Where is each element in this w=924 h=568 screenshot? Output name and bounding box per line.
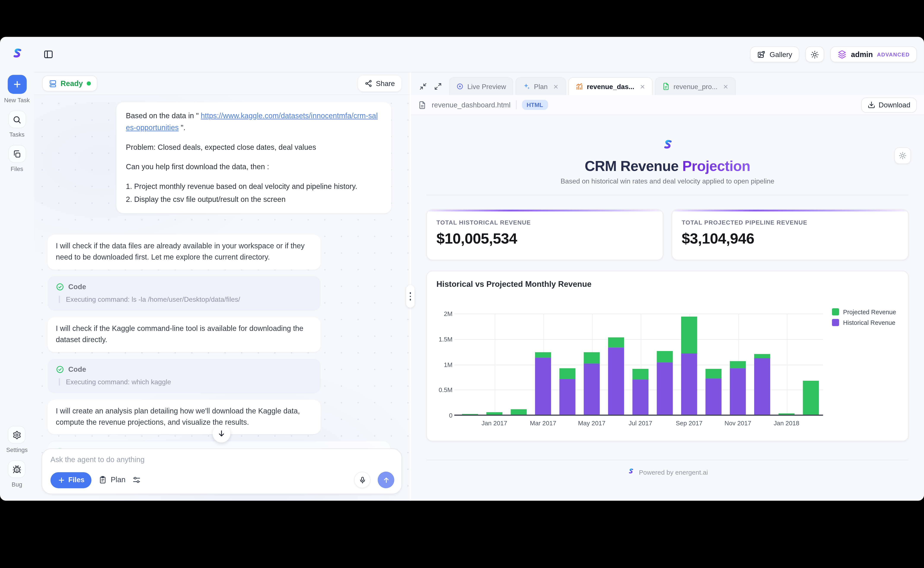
check-circle-icon — [56, 282, 64, 291]
tool-call-card[interactable]: Code Executing command: ls -la /home/use… — [48, 276, 321, 310]
powered-by-text: Powered by energent.ai — [639, 468, 708, 476]
stat-value: $3,104,946 — [682, 230, 898, 247]
chat-toolbar: Ready Share — [34, 73, 410, 95]
bar-projected — [705, 369, 722, 378]
bar-historical — [608, 347, 624, 415]
plan-badge: ADVANCED — [877, 51, 910, 57]
files-button[interactable] — [8, 145, 26, 163]
search-icon — [12, 115, 21, 124]
gridline — [787, 314, 787, 415]
gallery-button[interactable]: Gallery — [750, 46, 799, 62]
bar-projected — [510, 409, 527, 415]
tab-close-button[interactable] — [553, 83, 559, 89]
card-accent-bar — [427, 210, 663, 211]
gallery-label: Gallery — [770, 50, 792, 58]
panel-divider[interactable] — [410, 73, 411, 500]
y-axis-tick: 0.5M — [439, 386, 453, 393]
tab-plan[interactable]: Plan — [516, 77, 566, 95]
toggle-sidebar-button[interactable] — [44, 49, 54, 59]
tab-revenue-projection[interactable]: revenue_pro... — [655, 77, 736, 95]
theme-toggle-button[interactable] — [805, 46, 824, 62]
workflow-options-button[interactable] — [133, 476, 141, 484]
plan-mode-button[interactable]: Plan — [99, 476, 125, 484]
energent-logo-icon — [627, 468, 635, 476]
bug-label: Bug — [12, 481, 22, 488]
left-rail: New Task Tasks Files Settings Bug — [0, 37, 34, 500]
bar-historical — [535, 358, 551, 415]
user-message-item-2: 2. Display the csv file output/result on… — [126, 194, 382, 205]
bar-historical — [730, 368, 746, 415]
preview-panel: Live Preview Plan revenue_das... — [411, 73, 924, 500]
dashboard-preview[interactable]: CRM Revenue Projection Based on historic… — [411, 115, 924, 500]
download-button[interactable]: Download — [861, 97, 917, 112]
tab-live-preview[interactable]: Live Preview — [449, 77, 513, 95]
shrink-icon — [419, 83, 427, 90]
legend-swatch — [832, 319, 839, 326]
expand-panel-button[interactable] — [434, 83, 442, 90]
app-window: New Task Tasks Files Settings Bug — [0, 37, 924, 500]
tool-title: Code — [68, 365, 86, 373]
tasks-button[interactable] — [8, 110, 26, 128]
y-axis-tick: 0 — [449, 411, 453, 418]
bar-projected — [657, 351, 673, 363]
sliders-icon — [133, 476, 141, 484]
bar-projected — [559, 369, 575, 379]
legend-swatch — [832, 308, 839, 315]
scroll-to-bottom-button[interactable] — [213, 425, 230, 443]
agent-message: I will check if the Kaggle command-line … — [48, 317, 321, 352]
bar-historical — [754, 358, 770, 415]
new-task-button[interactable] — [8, 75, 26, 94]
send-button[interactable] — [378, 471, 394, 488]
bar-historical — [705, 378, 722, 415]
clipboard-icon — [99, 476, 107, 484]
share-button[interactable]: Share — [358, 76, 402, 91]
agent-message: I will check if the data files are alrea… — [48, 234, 321, 269]
plus-icon — [58, 476, 65, 484]
legend-label: Historical Revenue — [843, 319, 895, 326]
screen: New Task Tasks Files Settings Bug — [0, 0, 924, 568]
bar-historical — [584, 363, 599, 415]
y-axis-tick: 1M — [444, 361, 453, 368]
settings-button[interactable] — [8, 426, 26, 444]
chat-input[interactable] — [51, 456, 394, 464]
tab-close-button[interactable] — [640, 83, 645, 89]
x-axis-tick: Jan 2018 — [774, 419, 799, 426]
preview-tabbar: Live Preview Plan revenue_das... — [411, 73, 924, 95]
dashboard-subtitle: Based on historical win rates and deal v… — [426, 178, 909, 185]
plan-button-label: Plan — [111, 476, 125, 484]
legend-entry: Historical Revenue — [832, 319, 896, 326]
share-icon — [365, 80, 372, 87]
tab-revenue-dashboard[interactable]: revenue_das... — [569, 77, 653, 95]
download-icon — [867, 101, 875, 109]
chat-panel: Ready Share Based on the data in " https… — [34, 73, 410, 500]
plus-icon — [12, 80, 22, 89]
bar-projected — [633, 369, 648, 379]
tab-close-button[interactable] — [723, 83, 729, 89]
layers-icon — [837, 50, 847, 59]
x-axis-tick: Mar 2017 — [530, 419, 556, 426]
agent-status-badge[interactable]: Ready — [42, 76, 97, 91]
collapse-panel-button[interactable] — [419, 83, 427, 90]
account-menu[interactable]: admin ADVANCED — [830, 46, 917, 62]
chat-input-card: Files Plan — [41, 449, 402, 494]
computer-icon — [48, 79, 57, 88]
dashboard-footer: Powered by energent.ai — [426, 468, 909, 476]
sun-icon — [811, 50, 819, 58]
check-circle-icon — [56, 365, 64, 373]
open-filename: revenue_dashboard.html — [432, 101, 510, 109]
arrow-up-icon — [382, 476, 390, 484]
tool-call-card[interactable]: Code Executing command: which kaggle — [48, 358, 321, 393]
bug-button[interactable] — [8, 460, 26, 478]
close-icon — [553, 83, 559, 89]
download-label: Download — [879, 101, 910, 109]
panel-resize-handle[interactable] — [406, 285, 414, 308]
gallery-icon — [757, 50, 765, 58]
user-message-p1: Based on the data in " https://www.kaggl… — [126, 110, 382, 134]
eye-icon — [456, 83, 464, 90]
dashboard-settings-button[interactable] — [894, 147, 911, 164]
attach-files-button[interactable]: Files — [51, 472, 92, 488]
divider — [516, 100, 516, 109]
voice-input-button[interactable] — [354, 471, 371, 488]
bar-projected — [681, 317, 697, 353]
y-axis-tick: 1.5M — [439, 335, 453, 343]
